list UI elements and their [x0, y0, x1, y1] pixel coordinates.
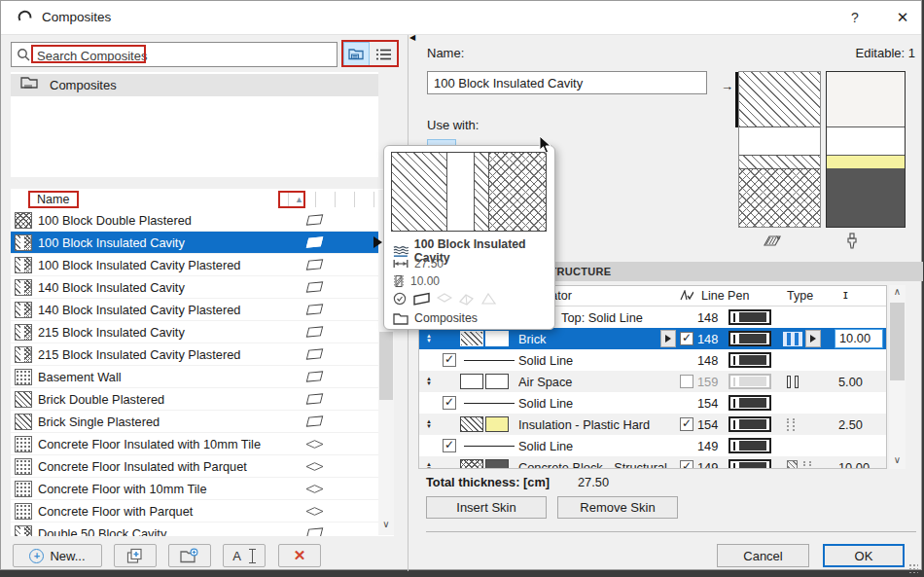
- insert-skin-button[interactable]: Insert Skin: [426, 496, 547, 519]
- line-pen-number[interactable]: 148: [697, 310, 729, 325]
- pen-preview[interactable]: [729, 416, 771, 432]
- resize-grip[interactable]: [908, 563, 918, 573]
- list-item[interactable]: Concrete Floor Insulated with 10mm Tile: [11, 433, 378, 455]
- skin-fill-preview[interactable]: [460, 374, 483, 389]
- list-item[interactable]: 215 Block Insulated Cavity Plastered: [11, 343, 378, 366]
- pen-preview[interactable]: [729, 309, 771, 325]
- expand-button[interactable]: [660, 330, 676, 347]
- list-item[interactable]: Concrete Floor with 10mm Tile: [11, 478, 378, 500]
- annotation-sort-arrow: [278, 191, 305, 208]
- drag-handle-icon[interactable]: ▲▼: [419, 334, 439, 343]
- composite-thumbnail: [15, 302, 32, 318]
- list-item[interactable]: 215 Block Insulated Cavity: [11, 321, 378, 343]
- pen-preview[interactable]: [729, 438, 771, 453]
- scrollbar-thumb[interactable]: [379, 332, 393, 400]
- drag-handle-icon[interactable]: ▲▼: [419, 377, 439, 386]
- skin-row[interactable]: ▲▼ Insulation - Plastic Hard 154 2.502.5…: [419, 414, 886, 435]
- skin-surface-preview[interactable]: [485, 374, 509, 389]
- skin-fill-preview[interactable]: [460, 459, 483, 469]
- line-pen-number[interactable]: 148: [697, 332, 729, 346]
- tree-item-composites[interactable]: Composites: [11, 74, 378, 96]
- line-pen-number[interactable]: 159: [697, 375, 729, 389]
- rename-button[interactable]: A: [223, 544, 266, 567]
- separator-checkbox[interactable]: [443, 353, 456, 367]
- skin-type-icon[interactable]: [783, 460, 811, 469]
- skin-checkbox[interactable]: [680, 460, 693, 469]
- list-item[interactable]: Basement Wall: [11, 366, 378, 388]
- skin-surface-preview[interactable]: [485, 459, 509, 469]
- close-button[interactable]: ✕: [890, 7, 915, 28]
- separator-row[interactable]: Solid Line 148: [419, 349, 886, 371]
- pen-preview[interactable]: [729, 395, 771, 411]
- new-button[interactable]: + New...: [13, 544, 102, 567]
- scrollbar-thumb[interactable]: [890, 303, 905, 380]
- skin-checkbox[interactable]: [680, 375, 693, 388]
- pen-preview[interactable]: [729, 374, 771, 389]
- skin-fill-preview[interactable]: [460, 416, 483, 432]
- skin-thickness[interactable]: 10.00: [834, 460, 870, 470]
- title-bar[interactable]: Composites ? ✕: [1, 1, 921, 35]
- scroll-down-icon[interactable]: ∨: [378, 518, 394, 533]
- skin-surface-preview[interactable]: [485, 416, 509, 432]
- total-thickness-value: 27.50: [578, 475, 609, 489]
- skin-type-icon[interactable]: [783, 332, 802, 346]
- line-pen-number[interactable]: 149: [697, 460, 729, 470]
- separator-row[interactable]: Solid Line 154: [419, 392, 886, 414]
- remove-skin-button[interactable]: Remove Skin: [557, 496, 678, 519]
- skin-name: Brick: [518, 332, 660, 346]
- thickness-field[interactable]: 10.00: [835, 329, 883, 348]
- scroll-up-icon[interactable]: ∧: [889, 286, 906, 300]
- help-button[interactable]: ?: [843, 7, 867, 28]
- list-item[interactable]: 140 Block Insulated Cavity Plastered: [11, 299, 378, 321]
- list-item[interactable]: Double 50 Block Cavity: [11, 523, 378, 536]
- separator-checkbox[interactable]: [443, 439, 456, 452]
- table-scrollbar[interactable]: ∧ ∨: [889, 285, 906, 469]
- list-item[interactable]: Concrete Floor with Parquet: [11, 500, 378, 523]
- pen-preview[interactable]: [729, 352, 771, 368]
- skin-fill-preview[interactable]: [460, 331, 483, 346]
- line-pen-number[interactable]: 154: [697, 396, 729, 411]
- delete-button[interactable]: ✕: [278, 544, 321, 567]
- line-preview: [464, 403, 515, 404]
- list-item[interactable]: Brick Double Plastered: [11, 388, 378, 411]
- collapse-panel-icon[interactable]: ◀: [409, 33, 415, 42]
- skin-thickness[interactable]: 5.00: [834, 375, 863, 389]
- composite-name: 100 Block Insulated Cavity Plastered: [38, 258, 295, 272]
- list-item[interactable]: Brick Single Plastered: [11, 411, 378, 433]
- list-item[interactable]: Concrete Floor Insulated with Parquet: [11, 455, 378, 478]
- new-folder-button[interactable]: [168, 544, 211, 567]
- skin-row[interactable]: ▲▼ Concrete Block - Structural 149 10.00…: [419, 456, 886, 469]
- drag-handle-icon[interactable]: ▲▼: [419, 419, 439, 429]
- skin-checkbox[interactable]: [680, 417, 693, 431]
- scroll-down-icon[interactable]: ∨: [889, 454, 906, 468]
- folder-tree: Composites: [11, 72, 378, 177]
- skin-type-icon[interactable]: [783, 418, 795, 431]
- composite-name-input[interactable]: [427, 71, 707, 94]
- pen-preview[interactable]: [729, 331, 771, 346]
- composite-name: 215 Block Insulated Cavity: [38, 325, 295, 340]
- list-item[interactable]: 140 Block Insulated Cavity: [11, 276, 378, 299]
- line-pen-number[interactable]: 154: [697, 417, 729, 432]
- list-item[interactable]: 100 Block Insulated Cavity: [11, 232, 378, 254]
- list-item[interactable]: 100 Block Double Plastered: [11, 209, 378, 232]
- skin-row[interactable]: ▲▼ Air Space 159 5.005.00: [419, 371, 886, 392]
- composite-thumbnail: [15, 525, 32, 537]
- pen-preview[interactable]: [729, 459, 771, 469]
- skin-checkbox[interactable]: [680, 332, 693, 345]
- pen-check-icon: [680, 290, 693, 305]
- skin-row[interactable]: ▲▼ Brick 148 10.0010.00: [419, 328, 886, 349]
- cancel-button[interactable]: Cancel: [717, 544, 809, 567]
- line-pen-number[interactable]: 149: [697, 439, 729, 453]
- separator-row[interactable]: Solid Line 149: [419, 435, 886, 456]
- separator-name: Solid Line: [518, 353, 676, 368]
- ok-button[interactable]: OK: [823, 544, 905, 567]
- skin-type-icon[interactable]: [783, 376, 799, 388]
- list-item[interactable]: 100 Block Insulated Cavity Plastered: [11, 254, 378, 276]
- line-pen-number[interactable]: 148: [697, 353, 729, 368]
- type-expand-button[interactable]: [805, 330, 821, 347]
- separator-checkbox[interactable]: [443, 396, 456, 410]
- duplicate-button[interactable]: [114, 544, 157, 567]
- drag-handle-icon[interactable]: ▲▼: [419, 462, 439, 469]
- skin-surface-preview[interactable]: [485, 331, 509, 346]
- skin-thickness[interactable]: 2.50: [834, 417, 863, 432]
